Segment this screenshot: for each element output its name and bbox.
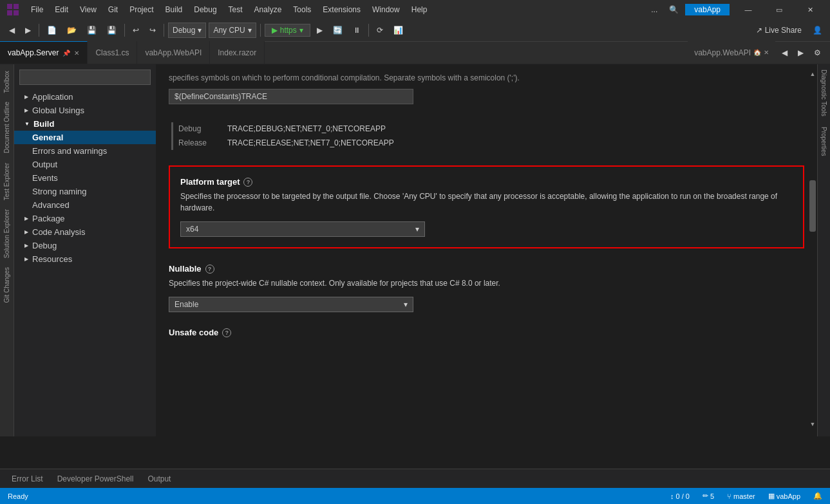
- nullable-dropdown[interactable]: Enable ▾: [169, 297, 413, 312]
- project-name: vabApp: [777, 492, 800, 500]
- sidebar-item-errors-warnings[interactable]: Errors and warnings: [14, 144, 156, 158]
- vert-tab-solution-explorer[interactable]: Solution Explorer: [2, 205, 12, 262]
- tabs-right: vabApp.WebAPI 🏠 ✕ ◀ ▶ ⚙: [688, 41, 830, 64]
- pencil-count: 5: [710, 492, 714, 500]
- redo-btn[interactable]: ↪: [146, 24, 160, 36]
- tab-class1[interactable]: Class1.cs: [88, 41, 137, 64]
- status-ready[interactable]: Ready: [5, 492, 31, 500]
- tab-index-razor[interactable]: Index.razor: [210, 41, 265, 64]
- sidebar-item-strong-naming[interactable]: Strong naming: [14, 185, 156, 198]
- status-errors[interactable]: ↕ 0 / 0: [668, 492, 692, 500]
- sidebar-item-resources[interactable]: ▶ Resources: [14, 252, 156, 266]
- config-value-release: TRACE;RELEASE;NET;NET7_0;NETCOREAPP: [227, 136, 394, 151]
- sidebar-label-output: Output: [32, 160, 57, 169]
- sidebar-item-code-analysis[interactable]: ▶ Code Analysis: [14, 225, 156, 239]
- nav-forward-btn[interactable]: ▶: [21, 24, 35, 36]
- status-bell[interactable]: 🔔: [811, 492, 825, 500]
- unsafe-code-help-icon[interactable]: ?: [222, 328, 231, 337]
- menu-edit[interactable]: Edit: [50, 4, 73, 15]
- tab-right-close[interactable]: ✕: [764, 49, 769, 56]
- new-file-btn[interactable]: 📄: [43, 24, 61, 36]
- tab-scroll-right[interactable]: ▶: [794, 47, 807, 59]
- sidebar-item-global-usings[interactable]: ▶ Global Usings: [14, 104, 156, 117]
- debug-btn[interactable]: ▶: [313, 24, 326, 36]
- status-bar: Ready ↕ 0 / 0 ✏ 5 ⑂ master ▦ vabApp 🔔: [0, 488, 830, 504]
- sidebar-item-package[interactable]: ▶ Package: [14, 212, 156, 225]
- menu-file[interactable]: File: [26, 4, 48, 15]
- menu-analyze[interactable]: Analyze: [249, 4, 287, 15]
- sidebar-item-general[interactable]: General: [14, 131, 156, 144]
- platform-dropdown[interactable]: Any CPU ▾: [209, 23, 256, 38]
- menu-build[interactable]: Build: [160, 4, 188, 15]
- menu-view[interactable]: View: [75, 4, 102, 15]
- define-constants-input[interactable]: [169, 89, 413, 104]
- diagnostics-btn[interactable]: 📊: [390, 24, 407, 36]
- save-all-btn[interactable]: 💾: [103, 24, 120, 36]
- menu-help[interactable]: Help: [406, 4, 433, 15]
- menu-debug[interactable]: Debug: [189, 4, 222, 15]
- search-box[interactable]: [19, 70, 151, 85]
- scroll-down-btn[interactable]: ▼: [809, 421, 816, 430]
- tab-close-vabapp-server[interactable]: ✕: [74, 50, 79, 57]
- search-input[interactable]: [24, 73, 146, 82]
- sidebar-item-output[interactable]: Output: [14, 158, 156, 171]
- git-btn[interactable]: ⟳: [373, 24, 387, 36]
- sidebar-label-advanced: Advanced: [32, 200, 70, 210]
- bottom-tab-output[interactable]: Output: [141, 472, 177, 486]
- live-share-btn[interactable]: ↗ Live Share: [751, 24, 807, 36]
- platform-target-dropdown[interactable]: x64 ▾: [180, 221, 425, 237]
- left-vertical-tabs: Toolbox Document Outline Test Explorer S…: [0, 64, 14, 436]
- maximize-btn[interactable]: ▭: [764, 0, 794, 19]
- status-pencil[interactable]: ✏ 5: [700, 492, 717, 500]
- config-dropdown[interactable]: Debug ▾: [168, 23, 206, 38]
- tab-scroll-left[interactable]: ◀: [778, 47, 791, 59]
- menu-test[interactable]: Test: [223, 4, 248, 15]
- vert-tab-test-explorer[interactable]: Test Explorer: [2, 159, 12, 204]
- config-row-debug: Debug TRACE;DEBUG;NET;NET7_0;NETCOREAPP: [178, 122, 804, 136]
- search-btn[interactable]: 🔍: [664, 4, 684, 15]
- scrollbar-track[interactable]: ▲ ▼: [808, 64, 817, 436]
- platform-target-help-icon[interactable]: ?: [243, 178, 252, 187]
- sidebar-label-debug: Debug: [32, 241, 57, 250]
- bottom-tab-powershell[interactable]: Developer PowerShell: [51, 472, 140, 486]
- menu-tools[interactable]: Tools: [288, 4, 316, 15]
- undo-btn[interactable]: ↩: [129, 24, 143, 36]
- tab-vabapp-server[interactable]: vabApp.Server 📌 ✕: [0, 41, 88, 64]
- tab-webapi[interactable]: vabApp.WebAPI: [137, 41, 210, 64]
- vert-tab-git-changes[interactable]: Git Changes: [2, 263, 12, 307]
- status-right: ↕ 0 / 0 ✏ 5 ⑂ master ▦ vabApp 🔔: [668, 492, 825, 500]
- status-project[interactable]: ▦ vabApp: [766, 492, 803, 500]
- hot-reload-btn[interactable]: 🔄: [329, 24, 346, 36]
- bottom-tab-error-list[interactable]: Error List: [5, 472, 50, 486]
- sidebar-item-application[interactable]: ▶ Application: [14, 90, 156, 104]
- properties-panel[interactable]: Properties: [819, 122, 829, 162]
- toolbar-sep-1: [39, 24, 39, 37]
- vert-tab-toolbox[interactable]: Toolbox: [2, 67, 12, 97]
- nav-back-btn[interactable]: ◀: [5, 24, 19, 36]
- sidebar-item-build[interactable]: ▼ Build: [14, 117, 156, 131]
- sidebar-item-debug[interactable]: ▶ Debug: [14, 239, 156, 252]
- sidebar-item-advanced[interactable]: Advanced: [14, 198, 156, 212]
- close-btn[interactable]: ✕: [795, 0, 825, 19]
- tab-settings[interactable]: ⚙: [810, 47, 825, 59]
- nullable-help-icon[interactable]: ?: [205, 265, 214, 274]
- scroll-up-btn[interactable]: ▲: [809, 71, 816, 80]
- menu-git[interactable]: Git: [103, 4, 123, 15]
- status-branch[interactable]: ⑂ master: [724, 492, 758, 500]
- sidebar-item-events[interactable]: Events: [14, 171, 156, 185]
- open-btn[interactable]: 📂: [63, 24, 80, 36]
- vert-tab-document-outline[interactable]: Document Outline: [2, 98, 12, 157]
- run-btn[interactable]: ▶ https ▾: [265, 24, 310, 37]
- menu-extensions[interactable]: Extensions: [317, 4, 366, 15]
- tab-right-webapi[interactable]: vabApp.WebAPI 🏠 ✕: [688, 41, 775, 64]
- menu-project[interactable]: Project: [124, 4, 158, 15]
- profile-btn[interactable]: 👤: [809, 23, 825, 38]
- diagnostic-tools-panel[interactable]: Diagnostic Tools: [819, 64, 829, 122]
- menu-more[interactable]: ...: [646, 4, 663, 15]
- arrow-debug: ▶: [24, 243, 28, 248]
- scrollbar-thumb[interactable]: [809, 180, 816, 232]
- pause-btn[interactable]: ⏸: [349, 24, 364, 36]
- menu-window[interactable]: Window: [367, 4, 405, 15]
- minimize-btn[interactable]: —: [733, 0, 763, 19]
- save-btn[interactable]: 💾: [83, 24, 100, 36]
